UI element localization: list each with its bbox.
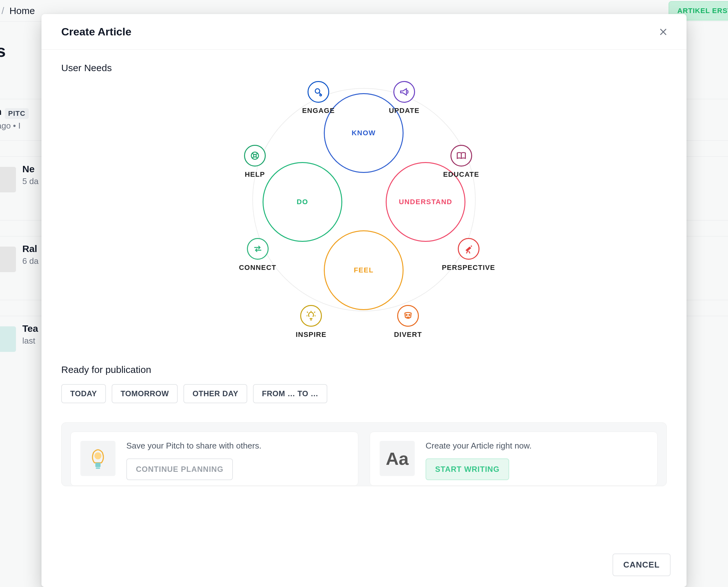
text-icon: Aa <box>380 441 415 476</box>
svg-point-0 <box>315 89 320 93</box>
need-divert-button[interactable]: DIVERT <box>394 305 422 339</box>
need-do-button[interactable]: DO <box>262 162 342 242</box>
continue-planning-button[interactable]: CONTINUE PLANNING <box>126 459 233 480</box>
write-card: Aa Create your Article right now. START … <box>370 432 657 486</box>
modal-footer: CANCEL <box>42 545 686 587</box>
create-article-modal: Create Article User Needs KNOW DO UNDERS… <box>42 14 686 587</box>
chip-tomorrow[interactable]: TOMORROW <box>112 384 178 403</box>
svg-point-5 <box>406 314 407 315</box>
breadcrumb: nes / Home <box>0 5 35 16</box>
user-needs-label: User Needs <box>61 63 667 73</box>
action-panel: Save your Pitch to share with others. CO… <box>61 422 667 486</box>
row-thumbnail <box>0 167 16 192</box>
modal-header: Create Article <box>42 14 686 50</box>
row-title: ch <box>0 106 2 117</box>
user-needs-diagram: KNOW DO UNDERSTAND FEEL ENGAGE UPDATE <box>61 80 667 342</box>
need-feel-button[interactable]: FEEL <box>324 230 403 310</box>
need-help-button[interactable]: HELP <box>244 145 266 179</box>
need-update-label: UPDATE <box>389 107 420 115</box>
cancel-button[interactable]: CANCEL <box>612 554 671 576</box>
book-icon <box>450 145 472 166</box>
row-subtitle: s ago • I <box>0 121 29 131</box>
svg-rect-8 <box>95 463 100 467</box>
breadcrumb-current[interactable]: Home <box>9 5 35 16</box>
close-icon[interactable] <box>658 26 669 37</box>
theater-masks-icon <box>397 305 419 327</box>
need-help-label: HELP <box>244 170 266 179</box>
need-inspire-button[interactable]: INSPIRE <box>296 305 326 339</box>
svg-point-6 <box>409 314 410 315</box>
breadcrumb-separator: / <box>2 5 4 16</box>
search-person-icon <box>308 81 329 103</box>
megaphone-icon <box>393 81 415 103</box>
chip-from-to[interactable]: FROM … TO … <box>253 384 327 403</box>
pitch-badge: PITC <box>5 108 28 119</box>
need-inspire-label: INSPIRE <box>296 330 326 339</box>
svg-point-7 <box>94 452 101 460</box>
modal-body: User Needs KNOW DO UNDERSTAND FEEL ENGAG… <box>42 50 686 545</box>
publication-date-chips: TODAY TOMORROW OTHER DAY FROM … TO … <box>61 384 667 403</box>
row-subtitle: 6 da <box>22 256 39 266</box>
write-card-desc: Create your Article right now. <box>426 441 648 451</box>
svg-point-1 <box>320 94 322 96</box>
arrows-exchange-icon <box>247 238 268 260</box>
row-thumbnail <box>0 326 16 352</box>
svg-point-3 <box>254 155 257 157</box>
need-engage-label: ENGAGE <box>302 107 335 115</box>
pitch-card-desc: Save your Pitch to share with others. <box>126 441 348 451</box>
need-educate-label: EDUCATE <box>443 170 479 179</box>
ready-label: Ready for publication <box>61 364 667 375</box>
need-connect-label: CONNECT <box>239 263 276 272</box>
need-perspective-label: PERSPECTIVE <box>442 263 495 272</box>
row-subtitle: 5 da <box>22 177 39 186</box>
svg-rect-9 <box>96 468 100 469</box>
pitch-card: Save your Pitch to share with others. CO… <box>71 432 358 486</box>
need-educate-button[interactable]: EDUCATE <box>443 145 479 179</box>
need-update-button[interactable]: UPDATE <box>389 81 420 115</box>
need-engage-button[interactable]: ENGAGE <box>302 81 335 115</box>
row-title: Ral <box>22 243 39 254</box>
chip-other-day[interactable]: OTHER DAY <box>183 384 247 403</box>
lightbulb-icon <box>80 441 116 476</box>
telescope-icon <box>458 238 479 260</box>
row-title: Tea <box>22 323 38 334</box>
need-connect-button[interactable]: CONNECT <box>239 238 276 272</box>
row-thumbnail <box>0 246 16 272</box>
row-title: Ne <box>22 164 39 174</box>
need-perspective-button[interactable]: PERSPECTIVE <box>442 238 495 272</box>
row-subtitle: last <box>22 336 38 346</box>
svg-point-4 <box>471 245 472 246</box>
modal-title: Create Article <box>61 25 132 38</box>
chip-today[interactable]: TODAY <box>61 384 106 403</box>
start-writing-button[interactable]: START WRITING <box>426 459 509 480</box>
need-divert-label: DIVERT <box>394 330 422 339</box>
lightbulb-icon <box>300 305 322 327</box>
lifebuoy-icon <box>244 145 266 166</box>
